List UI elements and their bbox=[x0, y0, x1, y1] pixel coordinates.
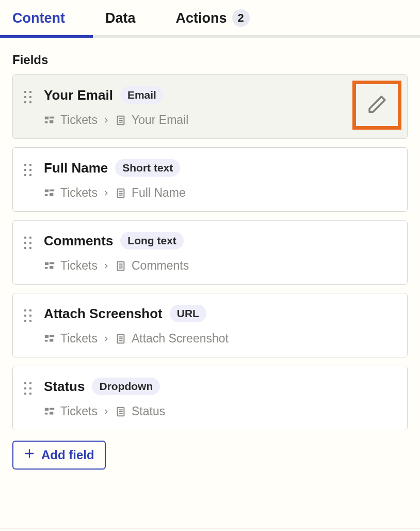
chevron-right-icon bbox=[103, 186, 110, 200]
field-name: Status bbox=[44, 379, 85, 395]
column-icon bbox=[115, 406, 126, 417]
edit-field-button[interactable] bbox=[352, 81, 401, 130]
svg-rect-33 bbox=[50, 408, 54, 410]
chevron-right-icon bbox=[103, 259, 110, 273]
path-source: Tickets bbox=[60, 113, 98, 127]
add-field-label: Add field bbox=[41, 448, 94, 462]
field-body: StatusDropdownTicketsStatus bbox=[44, 378, 396, 418]
field-card[interactable]: StatusDropdownTicketsStatus bbox=[12, 366, 408, 430]
field-header: Full NameShort text bbox=[44, 159, 396, 177]
svg-rect-27 bbox=[50, 339, 53, 342]
table-icon bbox=[44, 188, 55, 199]
svg-rect-18 bbox=[45, 267, 48, 269]
path-field: Status bbox=[132, 404, 165, 418]
table-icon bbox=[44, 333, 55, 345]
chevron-right-icon bbox=[103, 114, 110, 127]
tab-actions-label: Actions bbox=[176, 10, 227, 26]
active-tab-underline bbox=[0, 35, 93, 38]
svg-rect-32 bbox=[45, 408, 49, 411]
drag-handle-icon[interactable] bbox=[20, 309, 36, 322]
field-type-badge: Long text bbox=[120, 232, 184, 249]
column-icon bbox=[115, 333, 126, 345]
plus-icon bbox=[24, 448, 35, 462]
svg-rect-16 bbox=[45, 262, 49, 265]
svg-rect-24 bbox=[45, 335, 49, 338]
svg-rect-26 bbox=[45, 339, 48, 341]
column-icon bbox=[115, 115, 126, 126]
pencil-icon bbox=[367, 94, 387, 117]
svg-rect-17 bbox=[50, 262, 54, 264]
field-body: Your EmailEmailTicketsYour Email bbox=[44, 86, 396, 127]
drag-handle-icon[interactable] bbox=[20, 382, 36, 395]
path-source: Tickets bbox=[60, 259, 98, 273]
svg-rect-1 bbox=[50, 116, 54, 118]
svg-rect-8 bbox=[45, 189, 49, 192]
svg-rect-3 bbox=[50, 120, 53, 123]
field-name: Attach Screenshot bbox=[44, 306, 163, 322]
field-card[interactable]: Full NameShort textTicketsFull Name bbox=[12, 147, 408, 212]
field-path: TicketsYour Email bbox=[44, 113, 396, 127]
field-header: CommentsLong text bbox=[44, 232, 396, 249]
field-path: TicketsFull Name bbox=[44, 186, 396, 200]
section-title: Fields bbox=[12, 53, 408, 67]
column-icon bbox=[115, 188, 126, 199]
field-name: Your Email bbox=[44, 87, 113, 103]
svg-rect-11 bbox=[50, 193, 53, 196]
svg-rect-25 bbox=[50, 335, 54, 337]
tab-bar: Content Data Actions 2 bbox=[0, 0, 420, 38]
svg-rect-35 bbox=[50, 412, 53, 415]
field-type-badge: URL bbox=[170, 305, 206, 322]
chevron-right-icon bbox=[103, 405, 110, 418]
field-body: Full NameShort textTicketsFull Name bbox=[44, 159, 396, 200]
fields-section: Fields Your EmailEmailTicketsYour EmailF… bbox=[0, 38, 420, 475]
drag-handle-icon[interactable] bbox=[20, 91, 36, 103]
column-icon bbox=[115, 260, 126, 272]
field-type-badge: Short text bbox=[115, 159, 180, 177]
field-header: Your EmailEmail bbox=[44, 86, 396, 104]
svg-rect-9 bbox=[50, 189, 54, 191]
path-source: Tickets bbox=[60, 404, 98, 418]
actions-count-badge: 2 bbox=[232, 9, 250, 27]
field-header: StatusDropdown bbox=[44, 378, 396, 395]
field-path: TicketsComments bbox=[44, 259, 396, 273]
svg-rect-19 bbox=[50, 266, 53, 269]
field-type-badge: Email bbox=[120, 86, 164, 104]
path-field: Attach Screenshot bbox=[132, 332, 229, 346]
table-icon bbox=[44, 406, 55, 417]
field-name: Full Name bbox=[44, 160, 108, 176]
tab-actions[interactable]: Actions 2 bbox=[176, 9, 250, 35]
bottom-divider bbox=[0, 528, 420, 528]
svg-rect-2 bbox=[45, 121, 48, 123]
field-path: TicketsStatus bbox=[44, 404, 396, 418]
svg-rect-10 bbox=[45, 194, 48, 196]
path-source: Tickets bbox=[60, 186, 98, 200]
field-card[interactable]: Attach ScreenshotURLTicketsAttach Screen… bbox=[12, 293, 408, 357]
chevron-right-icon bbox=[103, 332, 110, 346]
path-field: Comments bbox=[132, 259, 189, 273]
add-field-button[interactable]: Add field bbox=[12, 441, 106, 470]
field-card[interactable]: CommentsLong textTicketsComments bbox=[12, 220, 408, 285]
field-body: Attach ScreenshotURLTicketsAttach Screen… bbox=[44, 305, 396, 346]
path-source: Tickets bbox=[60, 332, 98, 346]
field-type-badge: Dropdown bbox=[92, 378, 160, 395]
drag-handle-icon[interactable] bbox=[20, 237, 36, 249]
field-path: TicketsAttach Screenshot bbox=[44, 332, 396, 346]
field-body: CommentsLong textTicketsComments bbox=[44, 232, 396, 273]
svg-rect-34 bbox=[45, 412, 48, 414]
tab-data-label: Data bbox=[105, 10, 136, 26]
tab-data[interactable]: Data bbox=[105, 10, 136, 35]
fields-list: Your EmailEmailTicketsYour EmailFull Nam… bbox=[12, 74, 408, 430]
drag-handle-icon[interactable] bbox=[20, 164, 36, 176]
tab-content[interactable]: Content bbox=[12, 10, 65, 35]
field-card[interactable]: Your EmailEmailTicketsYour Email bbox=[12, 74, 408, 139]
path-field: Full Name bbox=[132, 186, 186, 200]
path-field: Your Email bbox=[132, 113, 188, 127]
table-icon bbox=[44, 115, 55, 126]
field-header: Attach ScreenshotURL bbox=[44, 305, 396, 322]
table-icon bbox=[44, 260, 55, 272]
tab-content-label: Content bbox=[12, 10, 65, 26]
field-name: Comments bbox=[44, 233, 113, 249]
svg-rect-0 bbox=[45, 116, 49, 119]
